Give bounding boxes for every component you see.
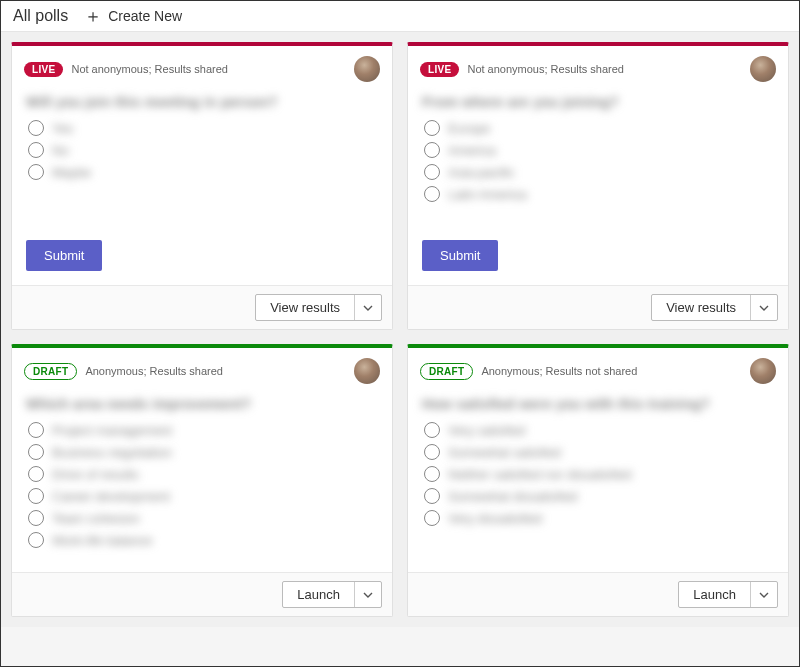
view-results-split-button: View results [651,294,778,321]
submit-button[interactable]: Submit [422,240,498,271]
poll-question: Which area needs improvement? [26,396,378,412]
poll-question: Will you join this meeting in person? [26,94,378,110]
radio-icon [28,120,44,136]
poll-option[interactable]: Team cohesion [28,510,376,526]
poll-option[interactable]: No [28,142,376,158]
view-results-split-button: View results [255,294,382,321]
poll-meta: Not anonymous; Results shared [467,63,742,75]
poll-meta: Not anonymous; Results shared [71,63,346,75]
radio-icon [28,488,44,504]
avatar[interactable] [354,358,380,384]
poll-option[interactable]: Drive of results [28,466,376,482]
poll-card: LIVE Not anonymous; Results shared From … [407,42,789,330]
option-label: Yes [52,121,73,136]
poll-option[interactable]: Maybe [28,164,376,180]
card-body: Will you join this meeting in person? Ye… [12,88,392,240]
card-body: Which area needs improvement? Project ma… [12,390,392,572]
radio-icon [424,488,440,504]
dropdown-caret[interactable] [354,295,381,320]
avatar[interactable] [354,56,380,82]
poll-option[interactable]: Yes [28,120,376,136]
card-header: LIVE Not anonymous; Results shared [408,46,788,88]
poll-option[interactable]: Neither satisfied nor dissatisfied [424,466,772,482]
radio-icon [28,142,44,158]
radio-icon [28,444,44,460]
poll-card: DRAFT Anonymous; Results shared Which ar… [11,344,393,617]
view-results-button[interactable]: View results [256,295,354,320]
option-label: Career development [52,489,170,504]
plus-icon: ＋ [84,7,102,25]
option-label: Team cohesion [52,511,139,526]
dropdown-caret[interactable] [750,295,777,320]
poll-option[interactable]: Asia-pacific [424,164,772,180]
poll-meta: Anonymous; Results not shared [481,365,742,377]
radio-icon [424,142,440,158]
chevron-down-icon [759,590,769,600]
poll-option[interactable]: America [424,142,772,158]
view-results-button[interactable]: View results [652,295,750,320]
option-label: Work-life balance [52,533,152,548]
avatar[interactable] [750,56,776,82]
card-footer: Launch [12,572,392,616]
submit-row: Submit [12,240,392,285]
radio-icon [28,164,44,180]
poll-option[interactable]: Somewhat dissatisfied [424,488,772,504]
avatar[interactable] [750,358,776,384]
radio-icon [424,120,440,136]
card-header: LIVE Not anonymous; Results shared [12,46,392,88]
option-label: Business negotiation [52,445,172,460]
option-label: Somewhat satisfied [448,445,561,460]
chevron-down-icon [363,590,373,600]
launch-button[interactable]: Launch [679,582,750,607]
card-footer: View results [12,285,392,329]
status-badge: DRAFT [420,363,473,380]
radio-icon [424,444,440,460]
poll-option[interactable]: Very dissatisfied [424,510,772,526]
radio-icon [424,466,440,482]
status-badge: DRAFT [24,363,77,380]
radio-icon [424,422,440,438]
launch-split-button: Launch [282,581,382,608]
radio-icon [424,510,440,526]
option-label: Very dissatisfied [448,511,542,526]
status-badge: LIVE [24,62,63,77]
poll-option[interactable]: Europe [424,120,772,136]
poll-option[interactable]: Very satisfied [424,422,772,438]
card-body: From where are you joining? Europe Ameri… [408,88,788,240]
option-label: Project management [52,423,172,438]
create-new-button[interactable]: ＋ Create New [84,7,182,25]
create-new-label: Create New [108,8,182,24]
card-footer: Launch [408,572,788,616]
status-badge: LIVE [420,62,459,77]
poll-option[interactable]: Career development [28,488,376,504]
option-label: Drive of results [52,467,139,482]
radio-icon [424,186,440,202]
option-label: No [52,143,69,158]
option-label: Maybe [52,165,91,180]
poll-option[interactable]: Work-life balance [28,532,376,548]
polls-grid: LIVE Not anonymous; Results shared Will … [1,32,799,627]
dropdown-caret[interactable] [354,582,381,607]
card-header: DRAFT Anonymous; Results shared [12,348,392,390]
poll-option[interactable]: Somewhat satisfied [424,444,772,460]
option-label: Very satisfied [448,423,525,438]
launch-split-button: Launch [678,581,778,608]
card-body: How satisfied were you with this trainin… [408,390,788,572]
option-label: Europe [448,121,490,136]
radio-icon [28,532,44,548]
dropdown-caret[interactable] [750,582,777,607]
option-label: America [448,143,496,158]
poll-card: LIVE Not anonymous; Results shared Will … [11,42,393,330]
submit-button[interactable]: Submit [26,240,102,271]
header-bar: All polls ＋ Create New [1,1,799,32]
poll-question: From where are you joining? [422,94,774,110]
poll-option[interactable]: Latin America [424,186,772,202]
launch-button[interactable]: Launch [283,582,354,607]
option-label: Asia-pacific [448,165,514,180]
poll-option[interactable]: Business negotiation [28,444,376,460]
radio-icon [424,164,440,180]
poll-card: DRAFT Anonymous; Results not shared How … [407,344,789,617]
radio-icon [28,422,44,438]
poll-option[interactable]: Project management [28,422,376,438]
radio-icon [28,510,44,526]
